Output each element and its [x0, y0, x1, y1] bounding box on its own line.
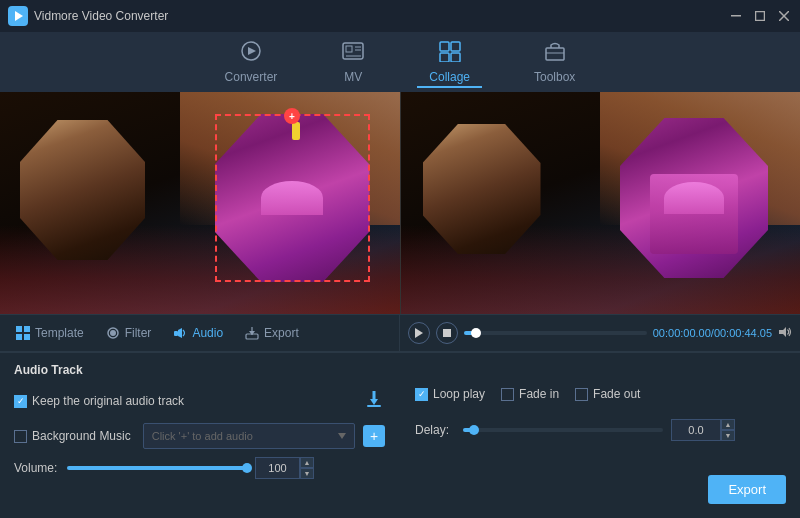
export-toolbar-btn[interactable]: Export — [235, 322, 309, 344]
fade-out-label[interactable]: Fade out — [575, 387, 640, 401]
svg-rect-21 — [16, 334, 22, 340]
delay-thumb — [469, 425, 479, 435]
volume-thumb — [242, 463, 252, 473]
loop-play-text: Loop play — [433, 387, 485, 401]
svg-rect-22 — [24, 334, 30, 340]
volume-fill — [67, 466, 247, 470]
export-icon — [245, 326, 259, 340]
svg-rect-31 — [443, 329, 451, 337]
nav-toolbox[interactable]: Toolbox — [522, 36, 587, 88]
loop-play-checkbox[interactable] — [415, 388, 428, 401]
playback-toolbar: 00:00:00.00/00:00:44.05 — [400, 315, 800, 351]
keep-original-checkbox[interactable] — [14, 395, 27, 408]
delay-up-btn[interactable]: ▲ — [721, 419, 735, 430]
svg-rect-20 — [24, 326, 30, 332]
svg-rect-15 — [440, 53, 449, 62]
svg-rect-35 — [367, 405, 381, 407]
converter-icon — [239, 40, 263, 67]
svg-rect-25 — [174, 331, 178, 336]
nav-collage[interactable]: Collage — [417, 36, 482, 88]
collage-label: Collage — [429, 70, 470, 84]
svg-marker-7 — [248, 47, 256, 55]
toolbox-icon — [543, 40, 567, 67]
dropdown-arrow-icon — [338, 433, 346, 439]
svg-rect-34 — [373, 391, 376, 400]
toolbox-label: Toolbox — [534, 70, 575, 84]
svg-rect-9 — [346, 46, 352, 52]
minimize-btn[interactable] — [728, 8, 744, 24]
converter-label: Converter — [225, 70, 278, 84]
bg-music-select[interactable]: Click '+' to add audio — [143, 423, 355, 449]
keep-original-label[interactable]: Keep the original audio track — [14, 394, 184, 408]
close-btn[interactable] — [776, 8, 792, 24]
collage-icon — [438, 40, 462, 67]
volume-icon[interactable] — [778, 325, 792, 342]
play-btn[interactable] — [408, 322, 430, 344]
left-video-panel[interactable]: + — [0, 92, 400, 314]
audio-btn[interactable]: Audio — [163, 322, 233, 344]
volume-label: Volume: — [14, 461, 59, 475]
filter-label: Filter — [125, 326, 152, 340]
selection-box: + — [215, 114, 370, 282]
right-video-panel[interactable] — [400, 92, 801, 314]
left-toolbar: Template Filter Audio Export — [0, 315, 400, 351]
loop-play-label[interactable]: Loop play — [415, 387, 485, 401]
time-display: 00:00:00.00/00:00:44.05 — [653, 327, 772, 339]
fade-in-text: Fade in — [519, 387, 559, 401]
volume-value[interactable]: 100 — [255, 457, 300, 479]
audio-label: Audio — [192, 326, 223, 340]
stop-btn[interactable] — [436, 322, 458, 344]
volume-down-btn[interactable]: ▼ — [300, 468, 314, 479]
volume-up-btn[interactable]: ▲ — [300, 457, 314, 468]
nav-converter[interactable]: Converter — [213, 36, 290, 88]
svg-rect-3 — [756, 12, 765, 21]
left-clip-1 — [20, 120, 145, 260]
fade-in-checkbox[interactable] — [501, 388, 514, 401]
bg-music-text: Background Music — [32, 429, 131, 443]
template-btn[interactable]: Template — [6, 322, 94, 344]
fade-out-checkbox[interactable] — [575, 388, 588, 401]
delay-down-btn[interactable]: ▼ — [721, 430, 735, 441]
delay-slider[interactable] — [463, 428, 663, 432]
volume-slider[interactable] — [67, 466, 247, 470]
delay-spinners: ▲ ▼ — [721, 419, 735, 441]
delay-label: Delay: — [415, 423, 455, 437]
svg-marker-36 — [338, 433, 346, 439]
delay-row: Delay: 0.0 ▲ ▼ — [415, 419, 786, 441]
right-audio-col: Loop play Fade in Fade out Delay: — [405, 387, 786, 479]
delay-value[interactable]: 0.0 — [671, 419, 721, 441]
app-logo — [8, 6, 28, 26]
nav-mv[interactable]: MV — [329, 36, 377, 88]
filter-btn[interactable]: Filter — [96, 322, 162, 344]
audio-controls: Keep the original audio track Background… — [14, 387, 786, 479]
fade-out-text: Fade out — [593, 387, 640, 401]
svg-rect-17 — [546, 48, 564, 60]
main-video-area: + — [0, 92, 800, 314]
svg-rect-16 — [451, 53, 460, 62]
audio-icon — [173, 326, 187, 340]
app-title: Vidmore Video Converter — [34, 9, 728, 23]
delay-number-input: 0.0 ▲ ▼ — [671, 419, 735, 441]
download-icon[interactable] — [363, 387, 385, 415]
maximize-btn[interactable] — [752, 8, 768, 24]
fade-in-label[interactable]: Fade in — [501, 387, 559, 401]
mv-label: MV — [344, 70, 362, 84]
keep-original-row: Keep the original audio track — [14, 387, 385, 415]
bg-music-checkbox[interactable] — [14, 430, 27, 443]
volume-number-input: 100 ▲ ▼ — [255, 457, 314, 479]
volume-spinners: ▲ ▼ — [300, 457, 314, 479]
keep-original-text: Keep the original audio track — [32, 394, 184, 408]
bottom-panel: Audio Track Keep the original audio trac… — [0, 352, 800, 518]
export-toolbar-label: Export — [264, 326, 299, 340]
export-btn[interactable]: Export — [708, 475, 786, 504]
cake-clip-container: + — [215, 114, 370, 282]
progress-bar[interactable] — [464, 331, 647, 335]
mv-icon — [341, 40, 365, 67]
audio-track-title: Audio Track — [14, 363, 786, 377]
options-row: Loop play Fade in Fade out — [415, 387, 786, 401]
add-audio-btn[interactable]: + — [363, 425, 385, 447]
svg-point-24 — [110, 330, 116, 336]
svg-rect-14 — [451, 42, 460, 51]
svg-marker-26 — [178, 328, 182, 338]
bg-music-label[interactable]: Background Music — [14, 429, 131, 443]
